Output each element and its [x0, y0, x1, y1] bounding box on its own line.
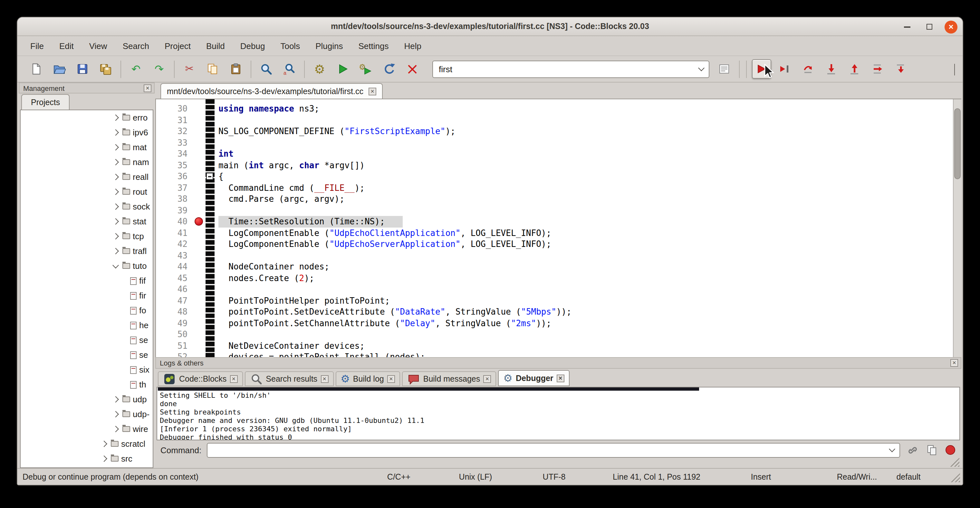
command-input[interactable] — [207, 443, 900, 457]
expander-icon[interactable] — [101, 441, 107, 447]
line-number[interactable]: 52 — [156, 351, 191, 357]
tree-item[interactable]: tuto — [21, 258, 153, 273]
breakpoint-icon[interactable] — [194, 217, 203, 226]
line-number[interactable]: 48 — [156, 306, 191, 317]
tree-item[interactable]: tcp — [21, 229, 153, 244]
line-number[interactable]: 36 — [156, 171, 191, 182]
line-number[interactable]: 37 — [156, 182, 191, 193]
save-button[interactable] — [73, 59, 92, 79]
save-all-button[interactable] — [96, 59, 115, 79]
line-number[interactable]: 38 — [156, 193, 191, 205]
tree-item[interactable]: fif — [21, 273, 153, 288]
close-icon[interactable] — [321, 375, 328, 382]
code-line[interactable]: 39 — [156, 205, 953, 216]
menu-item-plugins[interactable]: Plugins — [308, 36, 350, 56]
find-button[interactable] — [256, 59, 276, 79]
menu-item-edit[interactable]: Edit — [51, 36, 81, 56]
line-number[interactable]: 31 — [156, 115, 191, 126]
code-line[interactable]: 46 — [156, 283, 953, 295]
expander-icon[interactable] — [113, 115, 119, 121]
tree-item[interactable]: nam — [21, 155, 153, 170]
toolbar-overflow-chevron-icon[interactable] — [954, 64, 955, 75]
resize-grip[interactable] — [950, 458, 959, 467]
line-number[interactable]: 45 — [156, 272, 191, 283]
line-number[interactable]: 42 — [156, 239, 191, 250]
attach-log-button[interactable] — [905, 442, 921, 458]
tree-item[interactable]: src — [21, 451, 153, 466]
tree-item[interactable]: se — [21, 347, 153, 362]
tab-first-cc[interactable]: mnt/dev/tools/source/ns-3-dev/examples/t… — [161, 83, 383, 99]
expander-icon[interactable] — [113, 248, 119, 254]
code-line[interactable]: 44 NodeContainer nodes; — [156, 261, 953, 272]
code-line[interactable]: 49 pointToPoint.SetChannelAttribute ("De… — [156, 317, 953, 329]
undo-button[interactable]: ↶ — [126, 59, 146, 79]
close-icon[interactable] — [557, 374, 565, 382]
step-into-instruction-button[interactable] — [891, 59, 910, 79]
tree-item[interactable]: he — [21, 318, 153, 333]
expander-icon[interactable] — [113, 218, 119, 225]
tab-search-results[interactable]: Search results — [245, 371, 333, 386]
line-number[interactable]: 30 — [156, 103, 191, 115]
minimize-button[interactable] — [901, 20, 914, 33]
line-number[interactable]: 39 — [156, 205, 191, 216]
scrollbar-thumb[interactable] — [954, 108, 961, 179]
tree-item[interactable]: rout — [21, 185, 153, 199]
menu-item-file[interactable]: File — [22, 36, 51, 56]
new-file-button[interactable] — [26, 59, 46, 79]
tree-item[interactable]: udp — [21, 392, 153, 407]
close-button[interactable] — [945, 20, 958, 33]
close-icon[interactable] — [483, 375, 491, 382]
titlebar[interactable]: mnt/dev/tools/source/ns-3-dev/examples/t… — [18, 18, 963, 36]
step-out-button[interactable] — [845, 59, 864, 79]
chevron-down-icon[interactable] — [693, 61, 709, 77]
tab-build-messages[interactable]: Build messages — [402, 371, 496, 386]
close-icon[interactable] — [144, 84, 151, 92]
editor-scrollbar[interactable] — [953, 99, 961, 357]
tree-item[interactable]: fo — [21, 303, 153, 318]
expander-icon[interactable] — [113, 411, 119, 417]
redo-button[interactable]: ↷ — [150, 59, 169, 79]
paste-button[interactable] — [226, 59, 245, 79]
line-number[interactable]: 50 — [156, 329, 191, 340]
menu-item-settings[interactable]: Settings — [350, 36, 396, 56]
line-number[interactable]: 40 — [156, 216, 191, 227]
close-icon[interactable] — [950, 359, 958, 367]
expander-icon[interactable] — [113, 396, 119, 403]
code-line[interactable]: 30using namespace ns3; — [156, 103, 953, 115]
line-number[interactable]: 41 — [156, 227, 191, 239]
resize-grip[interactable] — [950, 473, 960, 482]
fold-marker-icon[interactable] — [206, 173, 213, 180]
menu-item-tools[interactable]: Tools — [272, 36, 308, 56]
run-button[interactable] — [333, 59, 352, 79]
build-target-combo[interactable]: first — [432, 60, 710, 78]
build-and-run-button[interactable]: ⚙ — [356, 59, 375, 79]
expander-icon[interactable] — [113, 426, 119, 432]
expander-icon[interactable] — [113, 159, 119, 166]
line-number[interactable]: 35 — [156, 159, 191, 171]
line-number[interactable]: 34 — [156, 148, 191, 159]
tab-code-blocks[interactable]: Code::Blocks — [158, 371, 243, 386]
code-line[interactable]: 32NS_LOG_COMPONENT_DEFINE ("FirstScriptE… — [156, 126, 953, 137]
code-line[interactable]: 34int — [156, 148, 953, 159]
tab-debugger[interactable]: ⚙Debugger — [498, 370, 569, 386]
close-icon[interactable] — [387, 375, 395, 382]
tree-item[interactable]: six — [21, 362, 153, 377]
show-target-dialog-button[interactable] — [714, 59, 734, 79]
tree-item[interactable]: sock — [21, 199, 153, 214]
code-line[interactable]: 33 — [156, 137, 953, 148]
code-line[interactable]: 45 nodes.Create (2); — [156, 272, 953, 283]
code-line[interactable]: 52 devices = pointToPoint.Install (nodes… — [156, 351, 953, 357]
copy-button[interactable] — [203, 59, 222, 79]
expander-icon[interactable] — [113, 189, 119, 195]
close-icon[interactable] — [369, 88, 376, 95]
line-number[interactable]: 44 — [156, 261, 191, 272]
tree-item[interactable]: udp- — [21, 407, 153, 422]
copy-log-button[interactable] — [924, 442, 939, 458]
menu-item-debug[interactable]: Debug — [232, 36, 273, 56]
cut-button[interactable]: ✂ — [180, 59, 199, 79]
code-line[interactable]: 35main (int argc, char *argv[]) — [156, 159, 953, 171]
code-line[interactable]: 47 PointToPointHelper pointToPoint; — [156, 295, 953, 306]
tree-item[interactable]: wire — [21, 422, 153, 436]
code-line[interactable]: 42 LogComponentEnable ("UdpEchoServerApp… — [156, 239, 953, 250]
code-line[interactable]: 51 NetDeviceContainer devices; — [156, 340, 953, 351]
